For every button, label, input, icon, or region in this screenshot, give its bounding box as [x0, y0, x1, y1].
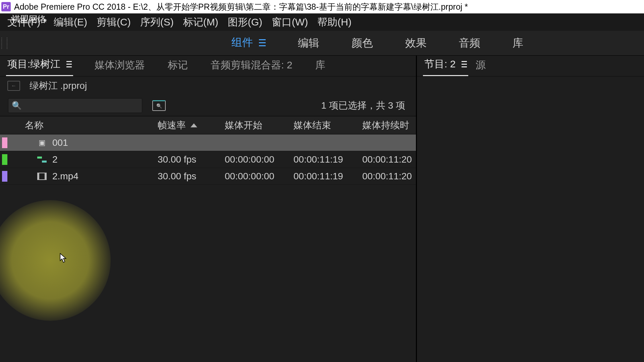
- row-name: 001: [52, 137, 68, 148]
- menu-graphics[interactable]: 图形(G): [223, 15, 267, 30]
- tab-audio-clip-mixer[interactable]: 音频剪辑混合器: 2: [209, 56, 293, 76]
- color-chip[interactable]: [2, 137, 7, 148]
- cell-name: 2: [0, 154, 158, 165]
- project-table: 名称 帧速率 媒体开始 媒体结束 媒体持续时 ▣001230.00 fps00:…: [0, 116, 416, 362]
- table-header: 名称 帧速率 媒体开始 媒体结束 媒体持续时: [0, 116, 416, 134]
- workspace-editing[interactable]: 编辑: [282, 31, 335, 55]
- cell-fps: 30.00 fps: [158, 154, 225, 165]
- color-chip[interactable]: [2, 154, 7, 165]
- row-name: 2.mp4: [52, 171, 78, 182]
- tab-libraries[interactable]: 库: [314, 56, 327, 76]
- table-row[interactable]: 2.mp430.00 fps00:00:00:0000:00:11:1900:0…: [0, 168, 416, 185]
- tab-source[interactable]: 源: [474, 56, 487, 76]
- column-framerate[interactable]: 帧速率: [158, 119, 225, 132]
- column-media-start[interactable]: 媒体开始: [225, 119, 293, 132]
- bin-nav-up-icon[interactable]: [7, 81, 20, 91]
- workspace-assembly[interactable]: 组件: [215, 31, 282, 55]
- project-header: 绿树江 .prproj: [0, 76, 416, 95]
- cell-fps: 30.00 fps: [158, 171, 225, 182]
- program-monitor-panel: 节目: 2 源: [417, 56, 644, 362]
- color-chip[interactable]: [2, 171, 7, 182]
- menu-window[interactable]: 窗口(W): [267, 15, 313, 30]
- workspace-bar: 组件 编辑 颜色 效果 音频 库: [0, 31, 644, 56]
- workspace-libraries[interactable]: 库: [496, 31, 539, 55]
- new-search-bin-icon[interactable]: [152, 100, 166, 111]
- clip-icon: [37, 173, 47, 180]
- workspace-color[interactable]: 颜色: [335, 31, 389, 55]
- column-media-dur[interactable]: 媒体持续时: [362, 119, 416, 132]
- cell-dur: 00:00:11:20: [362, 171, 416, 182]
- project-filename: 绿树江 .prproj: [30, 79, 87, 92]
- column-media-end[interactable]: 媒体结束: [293, 119, 362, 132]
- dirty-indicator: *: [43, 16, 47, 28]
- window-title: Adobe Premiere Pro CC 2018 - E:\2、从零开始学P…: [14, 1, 468, 12]
- tab-media-browser[interactable]: 媒体浏览器: [93, 56, 146, 76]
- workspace-effects[interactable]: 效果: [389, 31, 443, 55]
- sort-asc-icon: [191, 123, 197, 127]
- cursor-icon: [60, 253, 67, 263]
- program-panel-tabs: 节目: 2 源: [417, 56, 644, 76]
- app-icon: Pr: [1, 2, 11, 11]
- menu-marker[interactable]: 标记(M): [178, 15, 223, 30]
- menu-bar: 祺盟网络 文件(F) * 编辑(E) 剪辑(C) 序列(S) 标记(M) 图形(…: [0, 13, 644, 31]
- search-box[interactable]: 🔍: [8, 98, 142, 113]
- cell-start: 00:00:00:00: [225, 154, 293, 165]
- tab-label: 节目: 2: [424, 57, 455, 71]
- menu-help[interactable]: 帮助(H): [313, 15, 356, 30]
- tab-markers[interactable]: 标记: [166, 56, 189, 76]
- project-panel: 项目:绿树江 媒体浏览器 标记 音频剪辑混合器: 2 库 绿树江 .prproj…: [0, 56, 417, 362]
- tab-project[interactable]: 项目:绿树江: [6, 55, 73, 76]
- column-name[interactable]: 名称: [0, 119, 158, 132]
- cell-end: 00:00:11:19: [293, 171, 362, 182]
- search-input[interactable]: [26, 101, 139, 110]
- cell-end: 00:00:11:19: [293, 154, 362, 165]
- cell-start: 00:00:00:00: [225, 171, 293, 182]
- workspace-audio[interactable]: 音频: [443, 31, 496, 55]
- table-row[interactable]: 230.00 fps00:00:00:0000:00:11:1900:00:11…: [0, 151, 416, 168]
- title-bar: Pr Adobe Premiere Pro CC 2018 - E:\2、从零开…: [0, 0, 644, 13]
- cell-dur: 00:00:11:20: [362, 154, 416, 165]
- selection-status: 1 项已选择，共 3 项: [321, 99, 408, 112]
- panel-gripper-icon[interactable]: [1, 38, 7, 49]
- workspace-label: 组件: [231, 35, 253, 50]
- project-toolbar: 🔍 1 项已选择，共 3 项: [0, 95, 416, 116]
- hamburger-icon[interactable]: [259, 39, 266, 46]
- table-row[interactable]: ▣001: [0, 134, 416, 151]
- search-icon: 🔍: [12, 101, 22, 110]
- row-name: 2: [52, 154, 58, 165]
- panel-menu-icon[interactable]: [66, 61, 72, 67]
- menu-edit[interactable]: 编辑(E): [49, 15, 92, 30]
- menu-sequence[interactable]: 序列(S): [136, 15, 178, 30]
- menu-clip[interactable]: 剪辑(C): [92, 15, 136, 30]
- highlight-spotlight: [0, 200, 111, 321]
- title-item-icon: ▣: [39, 138, 46, 147]
- tab-label: 项目:绿树江: [7, 57, 60, 71]
- cell-name: 2.mp4: [0, 171, 158, 182]
- tab-program[interactable]: 节目: 2: [423, 55, 468, 76]
- menu-file[interactable]: 文件(F): [3, 15, 45, 30]
- panel-menu-icon[interactable]: [462, 61, 467, 67]
- cell-name: ▣001: [0, 137, 158, 148]
- project-panel-tabs: 项目:绿树江 媒体浏览器 标记 音频剪辑混合器: 2 库: [0, 56, 416, 76]
- sequence-icon: [37, 155, 47, 164]
